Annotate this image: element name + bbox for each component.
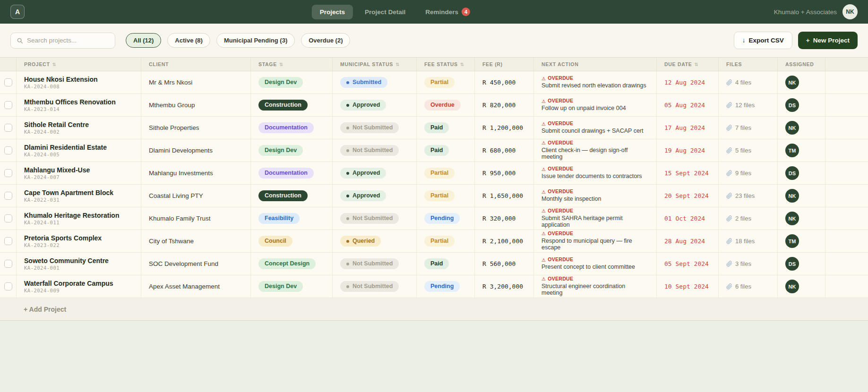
row-checkbox[interactable] — [4, 124, 12, 132]
project-cell: Sithole Retail CentreKA-2024-002 — [17, 117, 141, 139]
column-header-due-date[interactable]: DUE DATE⇅ — [657, 58, 719, 71]
export-csv-button[interactable]: ↓ Export CSV — [734, 32, 792, 49]
fee-amount: R 560,000 — [482, 260, 516, 267]
table-row[interactable]: Waterfall Corporate CampusKA-2024-009Ape… — [0, 275, 868, 298]
client-name: Sithole Properties — [149, 124, 199, 131]
stage-cell: Council — [251, 230, 333, 252]
files-link[interactable]: 6 files — [726, 283, 751, 290]
files-link[interactable]: 18 files — [726, 238, 755, 245]
row-checkbox[interactable] — [4, 78, 12, 86]
column-header-stage[interactable]: STAGE⇅ — [251, 58, 333, 71]
project-name: Mthembu Offices Renovation — [24, 99, 116, 105]
row-checkbox[interactable] — [4, 260, 12, 268]
fee-cell: R 3,200,000 — [475, 275, 534, 298]
assigned-cell: DS — [778, 253, 825, 275]
files-link[interactable]: 23 files — [726, 192, 755, 199]
row-checkbox[interactable] — [4, 282, 12, 290]
overdue-flag: ⚠OVERDUE — [541, 140, 573, 146]
overdue-flag-label: OVERDUE — [548, 276, 573, 282]
fee-status-cell: Pending — [417, 275, 475, 298]
files-link[interactable]: 4 files — [726, 79, 751, 86]
row-checkbox[interactable] — [4, 169, 12, 177]
row-checkbox[interactable] — [4, 101, 12, 109]
column-header-label: FEE (R) — [482, 61, 503, 67]
table-row[interactable]: Soweto Community CentreKA-2024-001SOC De… — [0, 253, 868, 275]
row-select-cell — [0, 207, 17, 230]
table-row[interactable]: Mthembu Offices RenovationKA-2023-014Mth… — [0, 94, 868, 117]
column-header-label: PROJECT — [24, 61, 50, 67]
fee-status-cell: Overdue — [417, 94, 475, 116]
files-cell: 5 files — [719, 139, 778, 162]
filter-pill-municipal-pending-3[interactable]: Municipal Pending (3) — [216, 33, 295, 48]
table-row[interactable]: Mahlangu Mixed-UseKA-2024-007Mahlangu In… — [0, 162, 868, 185]
fee-status-cell: Partial — [417, 71, 475, 94]
files-count: 2 files — [735, 215, 751, 222]
assigned-cell: NK — [778, 185, 825, 207]
project-code: KA-2024-002 — [24, 129, 60, 135]
stage-cell: Design Dev — [251, 139, 333, 162]
search-icon — [17, 37, 23, 44]
municipal-status-cell: Not Submitted — [333, 253, 417, 275]
next-action-text: Present concept to client committee — [541, 264, 635, 271]
fee-status-cell: Partial — [417, 230, 475, 252]
status-dot-icon — [346, 127, 349, 129]
table-row[interactable]: Khumalo Heritage RestorationKA-2024-011K… — [0, 207, 868, 230]
files-link[interactable]: 7 files — [726, 124, 751, 131]
tab-reminders[interactable]: Reminders 4 — [417, 4, 478, 20]
row-checkbox[interactable] — [4, 192, 12, 200]
user-avatar[interactable]: NK — [842, 4, 858, 19]
column-header-fee-status[interactable]: FEE STATUS⇅ — [417, 58, 475, 71]
client-name: Mthembu Group — [149, 102, 195, 109]
overdue-flag-label: OVERDUE — [548, 257, 573, 263]
tab-reminders-label: Reminders — [425, 9, 458, 16]
filter-pill-active-8[interactable]: Active (8) — [167, 33, 210, 48]
tab-project-detail[interactable]: Project Detail — [357, 5, 413, 19]
warning-icon: ⚠ — [541, 76, 546, 81]
search-box[interactable] — [10, 33, 115, 49]
tab-projects[interactable]: Projects — [312, 5, 353, 19]
fee-status-cell: Paid — [417, 117, 475, 139]
column-header-municipal-status[interactable]: MUNICIPAL STATUS⇅ — [333, 58, 417, 71]
overdue-flag: ⚠OVERDUE — [541, 276, 573, 282]
project-name: Waterfall Corporate Campus — [24, 280, 113, 287]
files-link[interactable]: 9 files — [726, 170, 751, 177]
new-project-button[interactable]: + New Project — [798, 32, 858, 49]
municipal-status-badge: Not Submitted — [340, 281, 399, 292]
row-checkbox[interactable] — [4, 214, 12, 222]
warning-icon: ⚠ — [541, 231, 546, 236]
municipal-status-cell: Submitted — [333, 71, 417, 94]
fee-amount: R 820,000 — [482, 102, 516, 109]
stage-badge: Design Dev — [258, 281, 303, 292]
due-date-cell: 05 Aug 2024 — [657, 94, 719, 116]
table-row[interactable]: Sithole Retail CentreKA-2024-002Sithole … — [0, 117, 868, 139]
column-header-client: CLIENT — [141, 58, 251, 71]
overdue-flag-label: OVERDUE — [548, 166, 573, 172]
project-cell: House Nkosi ExtensionKA-2024-008 — [17, 71, 141, 94]
add-project-button[interactable]: + Add Project — [24, 306, 66, 313]
status-dot-icon — [346, 285, 349, 288]
column-header-label: STAGE — [258, 61, 277, 67]
files-link[interactable]: 5 files — [726, 147, 751, 154]
row-select-cell — [0, 230, 17, 252]
paperclip-icon — [726, 125, 732, 131]
files-link[interactable]: 12 files — [726, 102, 755, 109]
due-date-cell: 15 Sept 2024 — [657, 162, 719, 184]
filter-pill-overdue-2[interactable]: Overdue (2) — [301, 33, 350, 48]
table-row[interactable]: House Nkosi ExtensionKA-2024-008Mr & Mrs… — [0, 71, 868, 94]
paperclip-icon — [726, 147, 732, 153]
project-cell: Dlamini Residential EstateKA-2024-005 — [17, 139, 141, 162]
filter-pill-all-12[interactable]: All (12) — [126, 33, 161, 48]
table-row[interactable]: Pretoria Sports ComplexKA-2023-022City o… — [0, 230, 868, 253]
table-row[interactable]: Cape Town Apartment BlockKA-2022-031Coas… — [0, 185, 868, 207]
files-link[interactable]: 3 files — [726, 260, 751, 267]
top-nav-bar: A Projects Project Detail Reminders 4 Kh… — [0, 0, 868, 24]
row-checkbox[interactable] — [4, 237, 12, 245]
files-link[interactable]: 2 files — [726, 215, 751, 222]
status-dot-icon — [346, 217, 349, 220]
table-row[interactable]: Dlamini Residential EstateKA-2024-005Dla… — [0, 139, 868, 162]
paperclip-icon — [726, 102, 732, 108]
row-checkbox[interactable] — [4, 146, 12, 154]
column-header-project[interactable]: PROJECT⇅ — [17, 58, 141, 71]
assigned-cell: DS — [778, 162, 825, 184]
search-input[interactable] — [27, 37, 109, 44]
